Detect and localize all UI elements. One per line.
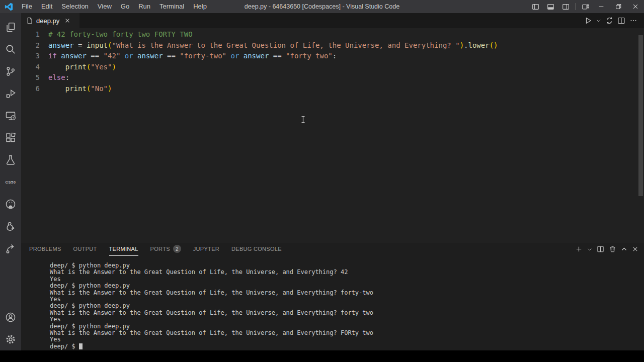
line-number: 6 [21,83,44,95]
search-icon[interactable] [0,38,21,60]
line-number: 1 [21,29,44,40]
code-line: 4 print("Yes") [21,62,644,73]
panel-tab-label: DEBUG CONSOLE [231,246,282,252]
terminal-line: What is the Answer to the Great Question… [50,290,644,296]
panel-actions [574,242,640,256]
tab-deep-py[interactable]: deep.py [21,13,79,28]
extensions-icon[interactable] [0,127,21,149]
terminal-line: deep/ $ python deep.py [50,303,644,309]
panel-header: PROBLEMSOUTPUTTERMINALPORTS2JUPYTERDEBUG… [21,242,644,256]
panel-tab-label: JUPYTER [193,246,219,252]
duck-debugger-icon[interactable] [0,215,21,237]
titlebar: FileEditSelectionViewGoRunTerminalHelp d… [0,0,644,13]
terminal-cursor [79,343,83,349]
explorer-icon[interactable] [0,16,21,38]
editor-actions [583,13,644,28]
split-terminal-icon [597,245,604,253]
window-controls [528,0,644,13]
maximize-panel-button[interactable] [619,244,629,254]
run-dropdown-button[interactable] [595,17,603,25]
menu-run[interactable]: Run [134,0,155,13]
menu-selection[interactable]: Selection [57,0,93,13]
panel-tab-terminal[interactable]: TERMINAL [109,242,138,256]
menu-bar: FileEditSelectionViewGoRunTerminalHelp [17,0,211,13]
panel-tab-jupyter[interactable]: JUPYTER [193,242,219,256]
terminal-line: Yes [50,276,644,283]
code-text: print("No") [44,83,112,95]
letterbox-bar [0,350,644,362]
close-button[interactable] [627,0,644,13]
mouse-ibeam-cursor [301,116,305,123]
run-icon [584,17,592,25]
terminal-line: What is the Answer to the Great Question… [50,310,644,316]
code-line: 1# 42 forty-two forty two FORTY TWO [21,29,644,40]
split-editor-icon [617,17,625,25]
ellipsis-icon [629,17,637,25]
line-number: 2 [21,40,44,51]
code-text: else: [44,72,69,83]
github-icon[interactable] [0,193,21,215]
split-editor-button[interactable] [616,15,627,26]
open-changes-icon [605,17,613,25]
menu-help[interactable]: Help [189,0,211,13]
code-text: print("Yes") [44,62,116,73]
restore-button[interactable] [610,0,627,13]
panel-tab-problems[interactable]: PROBLEMS [29,242,61,256]
vscode-window: FileEditSelectionViewGoRunTerminalHelp d… [0,0,644,362]
panel-tab-label: PORTS [150,246,170,252]
kill-terminal-button[interactable] [607,244,618,254]
terminal-output[interactable]: deep/ $ python deep.pyWhat is the Answer… [21,256,644,350]
code-line: 5else: [21,72,644,83]
menu-edit[interactable]: Edit [37,0,57,13]
panel-tab-ports[interactable]: PORTS2 [150,242,181,256]
activity-bar: CS50 [0,13,21,350]
line-number: 3 [21,51,44,62]
run-and-debug-icon[interactable] [0,82,21,105]
panel-tab-label: OUTPUT [73,246,97,252]
submit-arrow-icon[interactable] [0,237,21,259]
terminal-line: Yes [50,296,644,303]
run-button[interactable] [583,15,594,26]
minimize-button[interactable] [593,0,610,13]
menu-view[interactable]: View [93,0,116,13]
tab-bar: deep.py [21,13,644,28]
terminal-line: deep/ $ python deep.py [50,283,644,289]
code-editor[interactable]: 1# 42 forty-two forty two FORTY TWO2answ… [21,28,644,242]
remote-explorer-icon[interactable] [0,105,21,127]
source-control-icon[interactable] [0,60,21,82]
terminal-line: Yes [50,336,644,343]
chevron-up-icon [621,246,627,252]
menu-terminal[interactable]: Terminal [155,0,189,13]
tab-label: deep.py [36,17,59,25]
editor-scrollbar[interactable] [638,35,643,196]
terminal-line: deep/ $ python deep.py [50,262,644,269]
terminal-line: deep/ $ [50,343,644,350]
toggle-secondary-sidebar-icon[interactable] [558,0,573,13]
panel-tab-output[interactable]: OUTPUT [73,242,97,256]
tab-close-icon[interactable] [64,18,70,24]
menu-file[interactable]: File [17,0,37,13]
line-number: 4 [21,62,44,73]
panel-tab-debug-console[interactable]: DEBUG CONSOLE [231,242,282,256]
new-terminal-button[interactable] [574,244,584,254]
customize-layout-icon[interactable] [578,0,593,13]
code-line: 3if answer == "42" or answer == "forty-t… [21,51,644,62]
panel-tab-label: TERMINAL [109,246,138,252]
bottom-panel: PROBLEMSOUTPUTTERMINALPORTS2JUPYTERDEBUG… [21,242,644,350]
more-actions-button[interactable] [628,15,639,26]
terminal-line: Yes [50,316,644,323]
launch-profile-dropdown-button[interactable] [586,245,594,253]
toggle-primary-sidebar-icon[interactable] [528,0,543,13]
panel-tab-label: PROBLEMS [29,246,61,252]
code-text: # 42 forty-two forty two FORTY TWO [44,29,193,40]
settings-gear-icon[interactable] [0,328,21,350]
split-terminal-button[interactable] [595,244,606,254]
accounts-icon[interactable] [0,306,21,328]
menu-go[interactable]: Go [116,0,134,13]
close-panel-button[interactable] [630,244,640,254]
open-changes-button[interactable] [604,15,615,26]
testing-icon[interactable] [0,149,21,171]
cs50-icon[interactable]: CS50 [0,171,21,193]
toggle-panel-icon[interactable] [543,0,558,13]
vscode-logo-icon[interactable] [0,3,17,11]
